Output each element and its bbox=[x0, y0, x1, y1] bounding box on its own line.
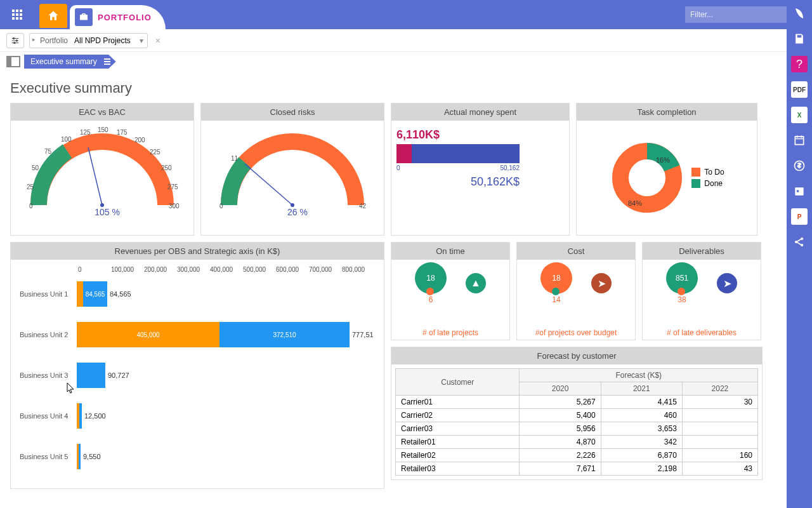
table-row: Carrier035,9563,653 bbox=[396, 422, 758, 436]
card-title: Forecast by customer bbox=[391, 347, 762, 364]
card-title: Task completion bbox=[577, 104, 757, 121]
svg-text:200: 200 bbox=[134, 137, 145, 144]
gauge-eac: 0 25 50 75 100 125 150 175 200 225 250 2… bbox=[16, 126, 188, 215]
currency-icon[interactable] bbox=[791, 157, 808, 174]
gauge-risks-value: 26 % bbox=[206, 207, 389, 217]
money-main-value: 6,110K$ bbox=[396, 128, 564, 142]
export-pdf-icon[interactable]: PDF bbox=[791, 81, 808, 98]
briefcase-icon bbox=[75, 8, 93, 26]
topbar: PORTFOLIO bbox=[0, 0, 812, 29]
arrow-up-icon: ▲ bbox=[466, 273, 486, 293]
revenue-row: Business Unit 184,56584,565 bbox=[20, 278, 375, 310]
tab-executive-summary[interactable]: Executive summary bbox=[24, 55, 116, 69]
money-progress-bar bbox=[396, 144, 520, 163]
export-excel-icon[interactable]: X bbox=[791, 107, 808, 123]
svg-line-9 bbox=[88, 147, 102, 205]
table-row: Carrier025,400460 bbox=[396, 409, 758, 422]
money-scale: 0 50,162 bbox=[396, 164, 520, 171]
tab-portfolio[interactable]: PORTFOLIO bbox=[70, 5, 166, 29]
svg-text:50: 50 bbox=[32, 164, 39, 171]
gauge-eac-value: 105 % bbox=[16, 207, 199, 217]
content: Executive summary EAC vs BAC 0 25 50 75 … bbox=[0, 71, 787, 499]
right-rail: ? PDF X P bbox=[787, 0, 812, 508]
share-icon[interactable] bbox=[791, 234, 808, 250]
svg-text:75: 75 bbox=[44, 148, 52, 155]
breadcrumb-tabs: Executive summary bbox=[0, 52, 812, 71]
th-forecast: Forecast (K$) bbox=[520, 369, 758, 382]
forecast-table: Customer Forecast (K$) 202020212022 Carr… bbox=[395, 368, 758, 476]
layout-toggle-button[interactable] bbox=[6, 56, 20, 67]
kpi-caption: # of late deliverables bbox=[667, 328, 737, 337]
export-ppt-icon[interactable]: P bbox=[791, 208, 808, 225]
card-closed-risks: Closed risks 0 11 42 26 % bbox=[200, 103, 384, 236]
svg-text:175: 175 bbox=[117, 129, 128, 136]
card-title: Revenues per OBS and Strategic axis (in … bbox=[11, 243, 384, 260]
revenue-row: Business Unit 59,550 bbox=[20, 441, 375, 472]
tab-menu-icon[interactable] bbox=[103, 58, 111, 67]
save-icon[interactable] bbox=[791, 30, 808, 47]
svg-text:25: 25 bbox=[27, 184, 34, 190]
card-title: Cost bbox=[517, 243, 635, 260]
arrow-right-icon: ➤ bbox=[717, 273, 737, 293]
money-total-value: 50,162K$ bbox=[396, 175, 520, 189]
card-forecast: Forecast by customer Customer Forecast (… bbox=[391, 347, 763, 480]
card-money-spent: Actual money spent 6,110K$ 0 50,162 50,1… bbox=[391, 103, 570, 236]
donut-chart: 16% 84% bbox=[609, 140, 685, 216]
svg-text:100: 100 bbox=[61, 136, 72, 143]
grid-icon bbox=[12, 10, 22, 20]
card-task-completion: Task completion 16% 84% To Do Done bbox=[576, 103, 757, 236]
app-launcher-button[interactable] bbox=[0, 0, 34, 29]
sliders-icon bbox=[10, 36, 20, 45]
help-icon[interactable]: ? bbox=[791, 56, 808, 72]
card-title: On time bbox=[391, 243, 509, 260]
svg-text:225: 225 bbox=[150, 149, 160, 156]
home-icon bbox=[47, 10, 60, 22]
calendar-icon[interactable] bbox=[791, 132, 808, 149]
page-title: Executive summary bbox=[10, 80, 776, 97]
clear-filter-button[interactable]: × bbox=[153, 36, 163, 46]
logo-icon[interactable] bbox=[791, 5, 808, 22]
svg-line-24 bbox=[245, 164, 292, 205]
card-title: Closed risks bbox=[201, 104, 384, 121]
gauge-risks: 0 11 42 bbox=[207, 126, 378, 215]
home-button[interactable] bbox=[39, 4, 67, 28]
revenue-row: Business Unit 390,727 bbox=[20, 359, 375, 391]
revenue-x-axis: 0100,000200,000300,000400,000500,000600,… bbox=[78, 266, 375, 273]
kpi-caption: #of projects over budget bbox=[535, 328, 617, 337]
svg-text:11: 11 bbox=[231, 155, 239, 162]
portfolio-label: Portfolio bbox=[30, 36, 72, 45]
svg-point-7 bbox=[16, 39, 17, 41]
svg-point-8 bbox=[14, 42, 15, 43]
kpi-caption: # of late projects bbox=[422, 328, 478, 337]
card-revenues: Revenues per OBS and Strategic axis (in … bbox=[10, 242, 384, 489]
svg-text:275: 275 bbox=[167, 184, 178, 190]
card-deliverables: Deliverables 851 38 ➤ # of late delivera… bbox=[642, 242, 761, 340]
card-cost: Cost 18 14 ➤ #of projects over budget bbox=[516, 242, 636, 340]
svg-text:125: 125 bbox=[80, 129, 91, 136]
donut-legend: To Do Done bbox=[691, 165, 724, 190]
date-icon[interactable] bbox=[791, 183, 808, 199]
card-title: Deliverables bbox=[643, 243, 761, 260]
subbar: Portfolio All NPD Projects × bbox=[0, 29, 812, 52]
card-title: Actual money spent bbox=[391, 104, 569, 121]
card-ontime: On time 18 6 ▲ # of late projects bbox=[391, 242, 510, 340]
svg-point-6 bbox=[13, 37, 15, 39]
th-customer: Customer bbox=[396, 369, 520, 396]
filter-settings-button[interactable] bbox=[6, 33, 24, 48]
table-row: Retailer022,2266,870160 bbox=[396, 449, 758, 462]
svg-text:84%: 84% bbox=[628, 199, 642, 207]
portfolio-value: All NPD Projects bbox=[72, 36, 147, 45]
tab-label: PORTFOLIO bbox=[98, 13, 152, 22]
tab-chip-label: Executive summary bbox=[30, 57, 97, 66]
svg-text:150: 150 bbox=[98, 126, 108, 133]
svg-text:250: 250 bbox=[161, 164, 172, 171]
card-eac-vs-bac: EAC vs BAC 0 25 50 75 100 125 150 175 20… bbox=[10, 103, 194, 236]
table-row: Retailer037,6712,19843 bbox=[396, 462, 758, 476]
portfolio-selector[interactable]: Portfolio All NPD Projects bbox=[29, 33, 148, 48]
svg-rect-2 bbox=[797, 190, 799, 192]
table-row: Retailer014,870342 bbox=[396, 436, 758, 449]
revenue-row: Business Unit 412,500 bbox=[20, 400, 375, 432]
table-row: Carrier015,2674,41530 bbox=[396, 396, 758, 409]
card-title: EAC vs BAC bbox=[11, 104, 193, 121]
svg-rect-1 bbox=[795, 187, 803, 196]
